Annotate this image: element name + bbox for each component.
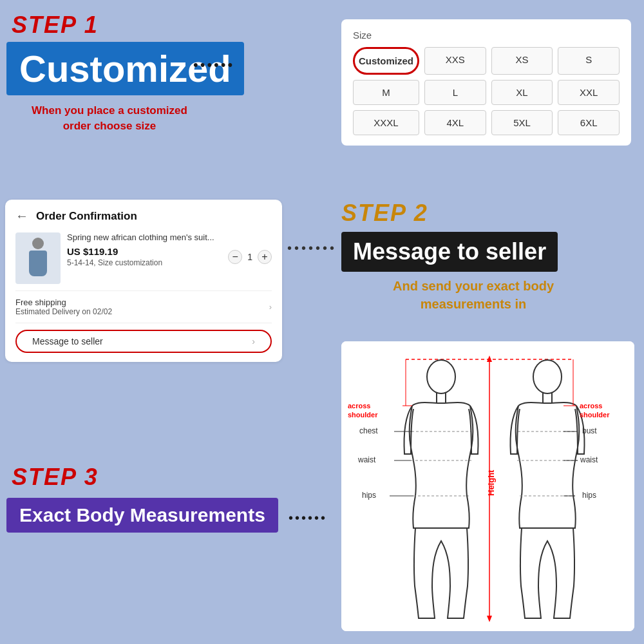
size-btn-5xl[interactable]: 5XL bbox=[491, 110, 553, 135]
step2-dots: ••••••• bbox=[287, 241, 337, 256]
svg-text:across: across bbox=[580, 402, 602, 410]
delivery-label: Estimated Delivery on 02/02 bbox=[15, 307, 112, 316]
step2-box: Message to seller bbox=[341, 232, 558, 272]
qty-value: 1 bbox=[247, 252, 252, 262]
order-divider bbox=[15, 290, 272, 291]
qty-controls: − 1 + bbox=[228, 250, 272, 264]
step3-box: Exact Body Measurements bbox=[6, 498, 278, 533]
svg-text:Height: Height bbox=[486, 469, 496, 496]
msg-btn-row: Message to seller › bbox=[15, 330, 272, 353]
step2-box-text: Message to seller bbox=[353, 238, 546, 265]
size-btn-l[interactable]: L bbox=[424, 80, 486, 105]
size-btn-6xl[interactable]: 6XL bbox=[558, 110, 620, 135]
order-price: US $119.19 bbox=[67, 246, 162, 257]
order-shipping-row: Free shipping Estimated Delivery on 02/0… bbox=[15, 298, 272, 316]
step2-subtitle: And send your exact body measurements in bbox=[351, 277, 596, 313]
step1-subtitle: When you place a customized order choose… bbox=[19, 103, 200, 134]
step3-box-text: Exact Body Measurements bbox=[19, 504, 265, 526]
size-btn-customized[interactable]: Customized bbox=[353, 47, 419, 75]
order-item-info: Spring new african clothing men's suit..… bbox=[67, 232, 272, 284]
step2-sub-line1: And send your exact body bbox=[393, 279, 554, 293]
size-btn-4xl[interactable]: 4XL bbox=[424, 110, 486, 135]
order-item-row: Spring new african clothing men's suit..… bbox=[15, 232, 272, 284]
measurement-panel: Height across shoulder chest waist hips … bbox=[341, 341, 634, 631]
qty-minus[interactable]: − bbox=[228, 250, 242, 264]
svg-text:across: across bbox=[348, 402, 370, 410]
step3-dots: •••••• bbox=[289, 511, 327, 526]
back-arrow[interactable]: ← bbox=[15, 209, 28, 223]
svg-text:shoulder: shoulder bbox=[348, 411, 378, 419]
step1-dots: •••••• bbox=[193, 57, 234, 73]
size-btn-s[interactable]: S bbox=[558, 47, 620, 75]
size-grid: CustomizedXXSXSSMLXLXXLXXXL4XL5XL6XL bbox=[353, 47, 620, 135]
size-btn-xs[interactable]: XS bbox=[491, 47, 553, 75]
step1-label: STEP 1 bbox=[12, 12, 99, 39]
order-title: Order Confirmation bbox=[36, 210, 137, 223]
step2-label: STEP 2 bbox=[341, 200, 428, 227]
order-divider2 bbox=[15, 323, 272, 323]
shipping-label: Free shipping bbox=[15, 298, 112, 307]
qty-plus[interactable]: + bbox=[258, 250, 272, 264]
size-btn-xxl[interactable]: XXL bbox=[558, 80, 620, 105]
svg-text:waist: waist bbox=[580, 455, 598, 464]
order-panel: ← Order Confirmation Spring new african … bbox=[5, 200, 282, 362]
msg-btn-label: Message to seller bbox=[32, 336, 103, 346]
size-panel: Size CustomizedXXSXSSMLXLXXLXXXL4XL5XL6X… bbox=[341, 19, 631, 146]
size-btn-xl[interactable]: XL bbox=[491, 80, 553, 105]
size-btn-xxxl[interactable]: XXXL bbox=[353, 110, 419, 135]
order-item-name: Spring new african clothing men's suit..… bbox=[67, 232, 272, 242]
step3-label: STEP 3 bbox=[12, 464, 99, 491]
shipping-arrow: › bbox=[269, 302, 272, 312]
svg-text:bust: bust bbox=[582, 426, 597, 435]
message-to-seller-button[interactable]: Message to seller › bbox=[15, 330, 272, 353]
order-thumbnail bbox=[15, 232, 61, 284]
order-header: ← Order Confirmation bbox=[15, 209, 272, 223]
msg-btn-arrow: › bbox=[252, 336, 255, 346]
svg-text:hips: hips bbox=[582, 491, 596, 500]
measurement-svg: Height across shoulder chest waist hips … bbox=[341, 341, 634, 631]
svg-text:hips: hips bbox=[362, 491, 376, 500]
step1-sub-line2: order choose size bbox=[63, 120, 156, 132]
size-btn-m[interactable]: M bbox=[353, 80, 419, 105]
svg-text:shoulder: shoulder bbox=[580, 411, 610, 419]
size-title: Size bbox=[353, 30, 620, 41]
step2-sub-line2: measurements in bbox=[421, 297, 527, 311]
order-detail: 5-14-14, Size customization bbox=[67, 258, 162, 267]
size-btn-xxs[interactable]: XXS bbox=[424, 47, 486, 75]
svg-text:chest: chest bbox=[359, 426, 378, 435]
svg-text:waist: waist bbox=[357, 455, 376, 464]
step1-sub-line1: When you place a customized bbox=[32, 104, 187, 117]
